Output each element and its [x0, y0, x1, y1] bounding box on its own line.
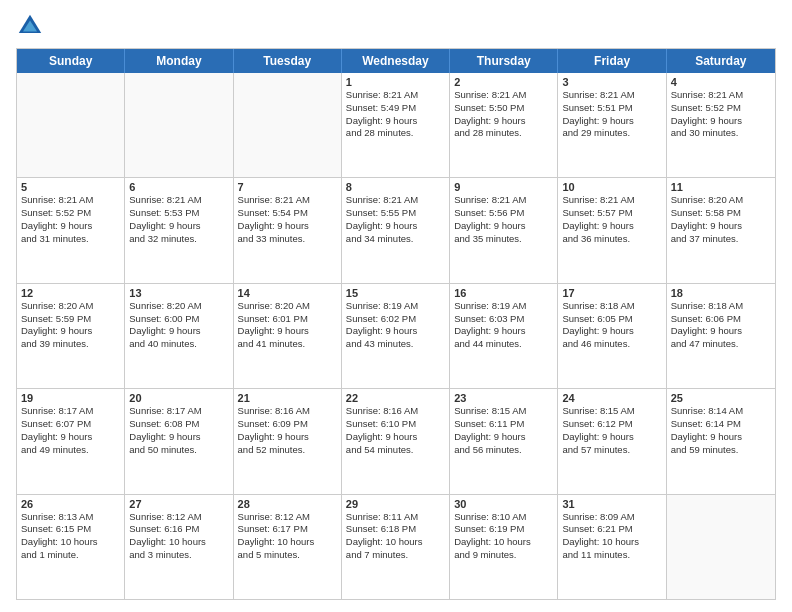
cell-info-line: Daylight: 10 hours	[238, 536, 337, 549]
cell-info-line: Sunrise: 8:17 AM	[129, 405, 228, 418]
calendar-cell: 29Sunrise: 8:11 AMSunset: 6:18 PMDayligh…	[342, 495, 450, 599]
logo-icon	[16, 12, 44, 40]
cell-info-line: Sunrise: 8:16 AM	[346, 405, 445, 418]
cell-info-line: Sunset: 6:08 PM	[129, 418, 228, 431]
day-number: 8	[346, 181, 445, 193]
weekday-header: Wednesday	[342, 49, 450, 73]
cell-info-line: Sunrise: 8:17 AM	[21, 405, 120, 418]
cell-info-line: and 39 minutes.	[21, 338, 120, 351]
cell-info-line: Daylight: 9 hours	[21, 325, 120, 338]
calendar-cell: 14Sunrise: 8:20 AMSunset: 6:01 PMDayligh…	[234, 284, 342, 388]
cell-info-line: Daylight: 9 hours	[454, 431, 553, 444]
cell-info-line: Sunrise: 8:20 AM	[21, 300, 120, 313]
cell-info-line: Sunset: 5:53 PM	[129, 207, 228, 220]
calendar-body: 1Sunrise: 8:21 AMSunset: 5:49 PMDaylight…	[17, 73, 775, 599]
calendar-cell: 8Sunrise: 8:21 AMSunset: 5:55 PMDaylight…	[342, 178, 450, 282]
weekday-header: Friday	[558, 49, 666, 73]
cell-info-line: Sunrise: 8:21 AM	[21, 194, 120, 207]
calendar-cell: 6Sunrise: 8:21 AMSunset: 5:53 PMDaylight…	[125, 178, 233, 282]
cell-info-line: Daylight: 9 hours	[238, 431, 337, 444]
cell-info-line: Sunset: 5:54 PM	[238, 207, 337, 220]
cell-info-line: Daylight: 9 hours	[671, 220, 771, 233]
cell-info-line: Daylight: 10 hours	[21, 536, 120, 549]
calendar-cell: 20Sunrise: 8:17 AMSunset: 6:08 PMDayligh…	[125, 389, 233, 493]
calendar-cell: 15Sunrise: 8:19 AMSunset: 6:02 PMDayligh…	[342, 284, 450, 388]
day-number: 12	[21, 287, 120, 299]
calendar-cell	[234, 73, 342, 177]
cell-info-line: and 50 minutes.	[129, 444, 228, 457]
cell-info-line: Sunset: 5:50 PM	[454, 102, 553, 115]
cell-info-line: and 30 minutes.	[671, 127, 771, 140]
cell-info-line: Daylight: 9 hours	[238, 220, 337, 233]
cell-info-line: and 29 minutes.	[562, 127, 661, 140]
cell-info-line: and 9 minutes.	[454, 549, 553, 562]
day-number: 10	[562, 181, 661, 193]
cell-info-line: Daylight: 9 hours	[454, 220, 553, 233]
cell-info-line: and 28 minutes.	[346, 127, 445, 140]
calendar-cell: 10Sunrise: 8:21 AMSunset: 5:57 PMDayligh…	[558, 178, 666, 282]
cell-info-line: Sunrise: 8:12 AM	[238, 511, 337, 524]
cell-info-line: and 40 minutes.	[129, 338, 228, 351]
cell-info-line: Sunset: 6:07 PM	[21, 418, 120, 431]
cell-info-line: Sunset: 6:11 PM	[454, 418, 553, 431]
day-number: 16	[454, 287, 553, 299]
calendar-cell: 30Sunrise: 8:10 AMSunset: 6:19 PMDayligh…	[450, 495, 558, 599]
cell-info-line: Daylight: 9 hours	[346, 115, 445, 128]
cell-info-line: Sunrise: 8:18 AM	[562, 300, 661, 313]
cell-info-line: and 7 minutes.	[346, 549, 445, 562]
cell-info-line: Sunset: 6:18 PM	[346, 523, 445, 536]
cell-info-line: Sunset: 5:58 PM	[671, 207, 771, 220]
cell-info-line: Sunset: 6:21 PM	[562, 523, 661, 536]
day-number: 17	[562, 287, 661, 299]
day-number: 26	[21, 498, 120, 510]
cell-info-line: Sunset: 6:09 PM	[238, 418, 337, 431]
day-number: 15	[346, 287, 445, 299]
calendar-cell: 9Sunrise: 8:21 AMSunset: 5:56 PMDaylight…	[450, 178, 558, 282]
cell-info-line: Sunrise: 8:21 AM	[562, 194, 661, 207]
cell-info-line: Sunrise: 8:12 AM	[129, 511, 228, 524]
cell-info-line: Sunrise: 8:21 AM	[346, 194, 445, 207]
cell-info-line: Sunrise: 8:16 AM	[238, 405, 337, 418]
cell-info-line: and 28 minutes.	[454, 127, 553, 140]
cell-info-line: Daylight: 9 hours	[129, 220, 228, 233]
cell-info-line: and 5 minutes.	[238, 549, 337, 562]
cell-info-line: Sunrise: 8:21 AM	[454, 194, 553, 207]
calendar-cell	[125, 73, 233, 177]
cell-info-line: Sunrise: 8:21 AM	[346, 89, 445, 102]
day-number: 1	[346, 76, 445, 88]
day-number: 24	[562, 392, 661, 404]
cell-info-line: Sunset: 5:51 PM	[562, 102, 661, 115]
day-number: 13	[129, 287, 228, 299]
weekday-header: Saturday	[667, 49, 775, 73]
day-number: 5	[21, 181, 120, 193]
calendar-cell: 26Sunrise: 8:13 AMSunset: 6:15 PMDayligh…	[17, 495, 125, 599]
cell-info-line: and 41 minutes.	[238, 338, 337, 351]
cell-info-line: Sunset: 6:06 PM	[671, 313, 771, 326]
calendar-cell	[667, 495, 775, 599]
calendar-cell: 31Sunrise: 8:09 AMSunset: 6:21 PMDayligh…	[558, 495, 666, 599]
day-number: 9	[454, 181, 553, 193]
cell-info-line: Sunset: 6:01 PM	[238, 313, 337, 326]
cell-info-line: and 35 minutes.	[454, 233, 553, 246]
cell-info-line: Sunset: 6:00 PM	[129, 313, 228, 326]
calendar-cell: 5Sunrise: 8:21 AMSunset: 5:52 PMDaylight…	[17, 178, 125, 282]
day-number: 28	[238, 498, 337, 510]
cell-info-line: and 32 minutes.	[129, 233, 228, 246]
cell-info-line: Sunset: 5:57 PM	[562, 207, 661, 220]
day-number: 22	[346, 392, 445, 404]
calendar-header: SundayMondayTuesdayWednesdayThursdayFrid…	[17, 49, 775, 73]
day-number: 11	[671, 181, 771, 193]
calendar-row: 12Sunrise: 8:20 AMSunset: 5:59 PMDayligh…	[17, 284, 775, 389]
calendar-cell: 17Sunrise: 8:18 AMSunset: 6:05 PMDayligh…	[558, 284, 666, 388]
cell-info-line: Sunrise: 8:09 AM	[562, 511, 661, 524]
cell-info-line: Sunrise: 8:21 AM	[454, 89, 553, 102]
cell-info-line: Sunset: 6:19 PM	[454, 523, 553, 536]
day-number: 23	[454, 392, 553, 404]
cell-info-line: Sunrise: 8:20 AM	[129, 300, 228, 313]
weekday-header: Tuesday	[234, 49, 342, 73]
cell-info-line: and 56 minutes.	[454, 444, 553, 457]
calendar-cell: 27Sunrise: 8:12 AMSunset: 6:16 PMDayligh…	[125, 495, 233, 599]
cell-info-line: Daylight: 9 hours	[562, 325, 661, 338]
calendar-cell: 24Sunrise: 8:15 AMSunset: 6:12 PMDayligh…	[558, 389, 666, 493]
cell-info-line: Daylight: 9 hours	[21, 431, 120, 444]
